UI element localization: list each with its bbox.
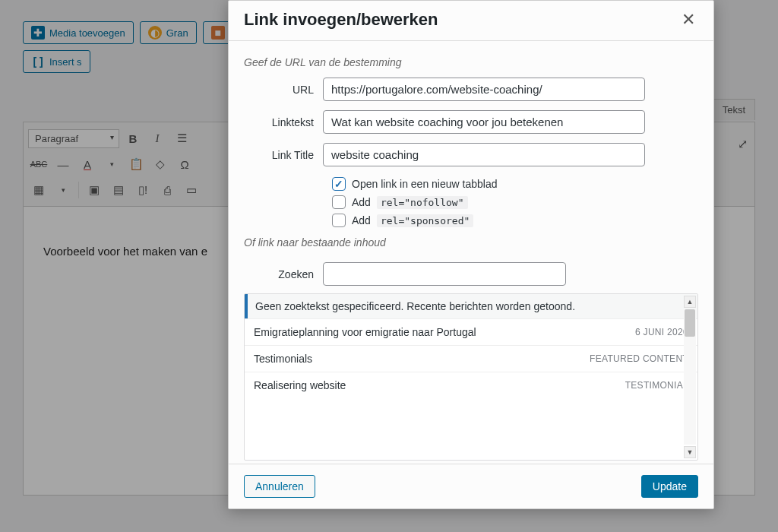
nofollow-checkbox[interactable] — [332, 195, 346, 209]
modal-header: Link invoegen/bewerken ✕ — [229, 1, 713, 41]
modal-title: Link invoegen/bewerken — [244, 10, 438, 30]
result-title: Realisering website — [254, 379, 346, 391]
scroll-track[interactable] — [684, 309, 696, 445]
link-modal: Link invoegen/bewerken ✕ Geef de URL van… — [228, 0, 714, 509]
linktitle-input[interactable] — [323, 143, 645, 166]
scroll-thumb[interactable] — [685, 309, 695, 337]
search-label: Zoeken — [244, 268, 323, 280]
url-label: URL — [244, 84, 323, 96]
scroll-down-icon[interactable]: ▼ — [684, 446, 696, 458]
result-title: Testimonials — [254, 353, 312, 365]
results-list: Geen zoektekst gespecificeerd. Recente b… — [244, 293, 698, 461]
search-input[interactable] — [323, 262, 566, 286]
result-meta: 6 JUNI 2020 — [635, 327, 688, 337]
results-scrollbar[interactable]: ▲ ▼ — [684, 296, 696, 458]
new-tab-label: Open link in een nieuw tabblad — [352, 178, 497, 190]
close-icon[interactable]: ✕ — [678, 10, 698, 30]
url-input[interactable] — [323, 78, 645, 101]
result-meta: TESTIMONIAL — [625, 380, 688, 391]
result-row[interactable]: Emigratieplanning voor emigratie naar Po… — [245, 318, 697, 345]
link-options: ✓ Open link in een nieuw tabblad Add rel… — [332, 177, 698, 227]
result-row[interactable]: Realisering website TESTIMONIAL — [245, 372, 697, 398]
linktext-label: Linktekst — [244, 116, 323, 128]
scroll-up-icon[interactable]: ▲ — [684, 296, 696, 308]
modal-body: Geef de URL van de bestemming URL Linkte… — [229, 41, 713, 464]
new-tab-checkbox[interactable]: ✓ — [332, 177, 346, 191]
linktext-input[interactable] — [323, 110, 645, 134]
destination-hint: Geef de URL van de bestemming — [244, 56, 698, 68]
nofollow-prefix: Add — [352, 196, 371, 208]
existing-content-hint: Of link naar bestaande inhoud — [244, 236, 698, 249]
cancel-button[interactable]: Annuleren — [244, 475, 315, 498]
result-title: Emigratieplanning voor emigratie naar Po… — [254, 326, 476, 338]
nofollow-code: rel="nofollow" — [377, 196, 468, 209]
results-hint: Geen zoektekst gespecificeerd. Recente b… — [245, 294, 697, 318]
sponsored-code: rel="sponsored" — [377, 214, 473, 227]
update-button[interactable]: Update — [641, 475, 698, 498]
result-meta: FEATURED CONTENT — [590, 353, 688, 364]
sponsored-prefix: Add — [352, 214, 371, 226]
sponsored-checkbox[interactable] — [332, 214, 346, 227]
linktitle-label: Link Title — [244, 149, 323, 161]
modal-footer: Annuleren Update — [229, 464, 713, 508]
result-row[interactable]: Testimonials FEATURED CONTENT — [245, 345, 697, 372]
